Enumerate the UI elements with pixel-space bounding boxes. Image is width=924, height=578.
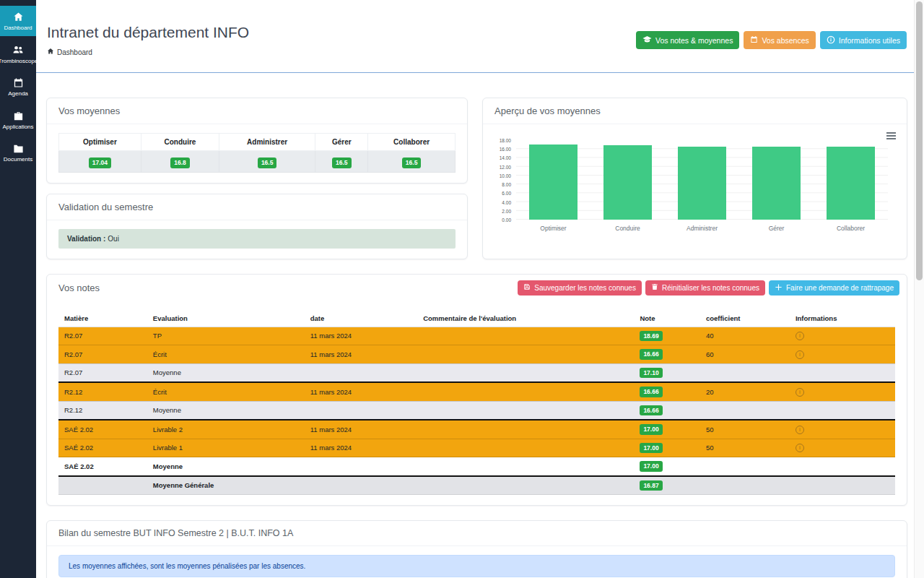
- chart-menu-icon[interactable]: [886, 132, 896, 139]
- chart-bar: [603, 145, 653, 220]
- x-axis-label: Conduire: [590, 225, 665, 232]
- rattrapage-button[interactable]: Faire une demande de rattrapage: [769, 280, 899, 296]
- chart-bar: [827, 147, 876, 220]
- breadcrumb-item-dashboard[interactable]: Dashboard: [57, 48, 92, 56]
- evaluation-cell: Écrit: [147, 345, 305, 364]
- page-header: Intranet du département INFO Dashboard V…: [36, 0, 924, 56]
- save-notes-button[interactable]: Sauvegarder les notes connues: [518, 280, 642, 296]
- calendar-icon: [13, 77, 24, 88]
- bilan-card-title: Bilan du semestre BUT INFO Semestre 2 | …: [47, 521, 907, 546]
- informations-cell: [790, 420, 895, 439]
- scrollbar[interactable]: [914, 0, 924, 578]
- chart-card: Aperçu de vos moyennes 0.002.004.006.008…: [482, 98, 907, 259]
- informations-cell: [790, 401, 895, 420]
- sidebar-item-agenda[interactable]: Agenda: [0, 72, 36, 102]
- moyennes-value-cell: 16.5: [315, 151, 368, 173]
- note-cell: 17.00: [634, 420, 700, 439]
- x-axis-label: Administrer: [665, 225, 739, 232]
- coefficient-cell: 50: [700, 439, 790, 457]
- matiere-cell: SAÉ 2.02: [58, 420, 147, 439]
- info-icon[interactable]: [796, 388, 804, 397]
- table-row: R2.07Écrit11 mars 202416.6660: [58, 345, 895, 364]
- coefficient-cell: [700, 476, 790, 495]
- page-title: Intranet du département INFO: [47, 24, 249, 41]
- y-tick-label: 6.00: [502, 191, 511, 196]
- sidebar-item-applications[interactable]: Applications: [0, 105, 36, 135]
- informations-utiles-button[interactable]: Informations utiles: [820, 31, 907, 49]
- x-axis-label: Gérer: [739, 225, 814, 232]
- note-badge: 17.00: [640, 443, 662, 454]
- reset-notes-button[interactable]: Réinitialiser les notes connues: [645, 280, 765, 296]
- notes-table-body: R2.07TP11 mars 202418.6940R2.07Écrit11 m…: [58, 327, 895, 495]
- moyennes-value-cell: 17.04: [59, 151, 141, 173]
- sidebar-item-label: Agenda: [8, 90, 28, 97]
- note-cell: 16.66: [634, 401, 700, 420]
- note-cell: 16.87: [634, 476, 700, 495]
- notes-moyennes-button[interactable]: Vos notes & moyennes: [636, 31, 739, 49]
- date-cell: 11 mars 2024: [305, 420, 417, 439]
- commentaire-cell: [417, 457, 634, 476]
- informations-cell: [790, 345, 895, 364]
- table-row: R2.12Écrit11 mars 202416.6620: [58, 382, 895, 401]
- moyenne-badge: 16.5: [402, 158, 422, 168]
- graduation-cap-icon: [642, 35, 652, 46]
- note-badge: 17.00: [640, 424, 662, 435]
- commentaire-cell: [417, 439, 634, 457]
- y-tick-label: 18.00: [500, 138, 511, 143]
- y-tick-label: 14.00: [500, 155, 511, 160]
- y-tick-label: 16.00: [500, 147, 511, 152]
- matiere-cell: R2.07: [58, 327, 147, 345]
- chart-bar: [529, 144, 578, 220]
- y-tick-label: 2.00: [502, 208, 511, 213]
- chart-y-axis: 0.002.004.006.008.0010.0012.0014.0016.00…: [494, 140, 516, 220]
- info-icon[interactable]: [796, 350, 804, 359]
- breadcrumb[interactable]: Dashboard: [47, 48, 249, 56]
- sidebar-item-documents[interactable]: Documents: [0, 137, 36, 168]
- sidebar-item-trombinoscope[interactable]: Trombinoscope: [0, 38, 36, 69]
- moyennes-table: OptimiserConduireAdministrerGérerCollabo…: [58, 133, 456, 173]
- moyennes-column-header: Optimiser: [59, 134, 141, 151]
- note-badge: 18.69: [640, 331, 662, 342]
- sidebar-item-dashboard[interactable]: Dashboard: [0, 6, 36, 36]
- coefficient-cell: [700, 401, 790, 420]
- commentaire-cell: [417, 345, 634, 364]
- commentaire-cell: [417, 382, 634, 401]
- moyenne-badge: 16.5: [258, 158, 277, 168]
- info-icon[interactable]: [796, 444, 804, 452]
- moyennes-column-header: Collaborer: [368, 134, 456, 151]
- coefficient-cell: 50: [700, 420, 790, 439]
- evaluation-cell: Moyenne Générale: [147, 476, 305, 495]
- notes-column-header: Informations: [790, 310, 895, 327]
- absences-button[interactable]: Vos absences: [744, 31, 815, 49]
- commentaire-cell: [417, 476, 634, 495]
- note-cell: 17.00: [634, 457, 700, 476]
- evaluation-cell: Écrit: [147, 382, 305, 401]
- save-icon: [523, 283, 531, 292]
- evaluation-cell: Moyenne: [147, 401, 305, 420]
- moyennes-column-header: Administrer: [219, 134, 315, 151]
- x-axis-label: Optimiser: [516, 225, 590, 232]
- scrollbar-thumb[interactable]: [916, 1, 923, 280]
- notes-column-header: Commentaire de l'évaluation: [417, 310, 634, 327]
- y-tick-label: 0.00: [502, 217, 511, 223]
- chart-card-title: Aperçu de vos moyennes: [483, 98, 907, 124]
- coefficient-cell: 60: [700, 345, 790, 364]
- matiere-cell: R2.12: [58, 382, 147, 401]
- y-tick-label: 10.00: [500, 173, 511, 178]
- chart-x-axis: OptimiserConduireAdministrerGérerCollabo…: [516, 225, 888, 232]
- trash-icon: [651, 283, 658, 292]
- info-icon[interactable]: [796, 426, 804, 434]
- commentaire-cell: [417, 401, 634, 420]
- date-cell: 11 mars 2024: [305, 382, 417, 401]
- table-row: SAÉ 2.02Livrable 211 mars 202417.0050: [58, 420, 895, 439]
- coefficient-cell: [700, 363, 790, 382]
- notes-column-header: Note: [634, 310, 700, 327]
- app: Dashboard Trombinoscope Agenda Applicati…: [0, 0, 924, 578]
- sidebar-item-label: Trombinoscope: [0, 58, 38, 64]
- info-icon[interactable]: [796, 332, 804, 340]
- notes-header-row: MatièreEvaluationdateCommentaire de l'év…: [58, 310, 895, 327]
- chart-bar-slot: [665, 140, 739, 220]
- validation-label: Validation :: [67, 235, 105, 243]
- note-cell: 17.10: [634, 363, 700, 382]
- y-tick-label: 8.00: [502, 182, 511, 187]
